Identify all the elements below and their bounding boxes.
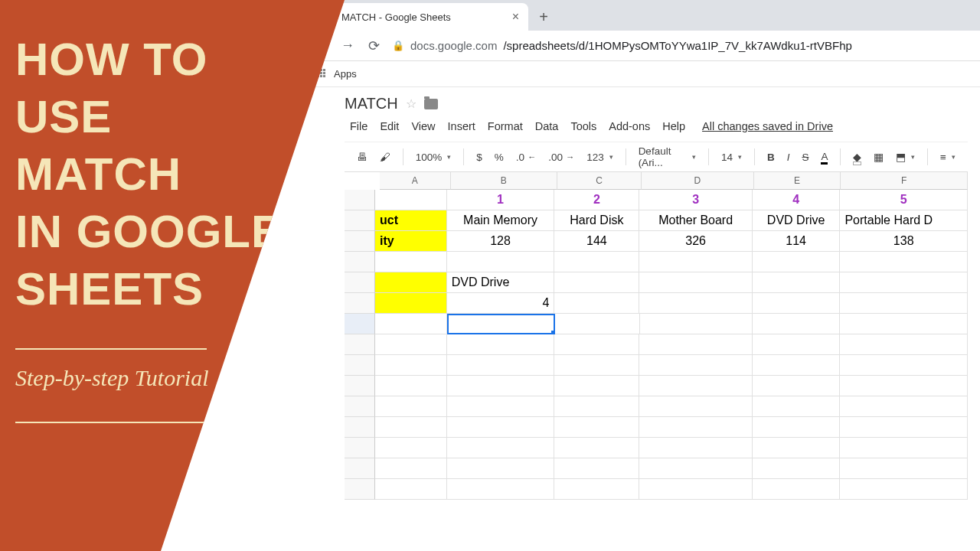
spreadsheet-grid[interactable]: A B C D E F 1 2 3 4 5 uct bbox=[345, 172, 968, 500]
table-row bbox=[345, 314, 968, 334]
divider bbox=[15, 422, 207, 423]
cell[interactable]: Hard Disk bbox=[554, 210, 639, 231]
col-header[interactable]: C bbox=[557, 172, 642, 190]
menu-format[interactable]: Format bbox=[482, 117, 528, 135]
cell[interactable]: 5 bbox=[840, 190, 968, 210]
close-tab-icon[interactable]: × bbox=[512, 10, 519, 24]
cell[interactable]: 128 bbox=[447, 231, 555, 252]
cell[interactable]: DVD Drive bbox=[447, 272, 555, 293]
menu-data[interactable]: Data bbox=[530, 117, 564, 135]
menu-bar: File Edit View Insert Format Data Tools … bbox=[345, 117, 968, 135]
print-icon[interactable]: 🖶 bbox=[352, 148, 372, 166]
apps-label[interactable]: Apps bbox=[334, 68, 357, 80]
cell[interactable]: 4 bbox=[447, 293, 555, 314]
col-header[interactable]: E bbox=[754, 172, 841, 190]
col-header[interactable]: A bbox=[380, 172, 451, 190]
menu-file[interactable]: File bbox=[345, 117, 373, 135]
url-path: /spreadsheets/d/1HOMPysOMToYYwa1IP_7V_kk… bbox=[503, 39, 851, 52]
font-size-select[interactable]: 14 bbox=[717, 148, 746, 166]
cell[interactable]: 3 bbox=[639, 190, 753, 210]
cell[interactable]: 2 bbox=[554, 190, 639, 210]
lock-icon: 🔒 bbox=[392, 40, 404, 51]
table-row: DVD Drive bbox=[345, 272, 968, 293]
zoom-select[interactable]: 100% bbox=[411, 148, 456, 166]
cell[interactable]: ity bbox=[375, 231, 447, 252]
doc-title[interactable]: MATCH bbox=[345, 95, 398, 112]
url-host: docs.google.com bbox=[410, 39, 497, 52]
cell[interactable]: DVD Drive bbox=[753, 210, 841, 231]
cell[interactable]: 144 bbox=[554, 231, 639, 252]
strikethrough-button[interactable]: S bbox=[797, 148, 813, 166]
menu-insert[interactable]: Insert bbox=[443, 117, 481, 135]
tab-title: MATCH - Google Sheets bbox=[341, 11, 451, 23]
currency-button[interactable]: $ bbox=[472, 148, 487, 166]
bookmarks-bar: Apps bbox=[306, 61, 980, 87]
paint-format-icon[interactable]: 🖌 bbox=[375, 148, 395, 166]
star-icon[interactable]: ☆ bbox=[406, 96, 416, 111]
url-field[interactable]: 🔒 docs.google.com/spreadsheets/d/1HOMPys… bbox=[392, 39, 972, 52]
table-row: uct Main Memory Hard Disk Mother Board D… bbox=[345, 210, 968, 231]
cell[interactable]: 1 bbox=[447, 190, 555, 210]
cell[interactable]: 114 bbox=[753, 231, 841, 252]
cell[interactable]: 138 bbox=[840, 231, 968, 252]
forward-icon[interactable]: → bbox=[340, 37, 355, 54]
align-button[interactable]: ≡ bbox=[936, 148, 960, 166]
cell[interactable]: Main Memory bbox=[447, 210, 555, 231]
fill-color-button[interactable]: ◆ bbox=[848, 148, 866, 166]
menu-addons[interactable]: Add-ons bbox=[603, 117, 655, 135]
browser-window: MATCH - Google Sheets × + ← → ⟳ 🔒 docs.g… bbox=[306, 0, 980, 551]
table-row: 4 bbox=[345, 293, 968, 314]
menu-tools[interactable]: Tools bbox=[565, 117, 602, 135]
address-bar: ← → ⟳ 🔒 docs.google.com/spreadsheets/d/1… bbox=[306, 31, 980, 61]
percent-button[interactable]: % bbox=[490, 148, 508, 166]
bold-button[interactable]: B bbox=[763, 148, 779, 166]
browser-tab[interactable]: MATCH - Google Sheets × bbox=[314, 3, 528, 31]
cell[interactable]: 4 bbox=[753, 190, 841, 210]
divider bbox=[15, 348, 207, 350]
decrease-decimal-button[interactable]: .0← bbox=[511, 148, 541, 166]
title-overlay: HOW TO USE MATCH IN GOOGLE SHEETS Step-b… bbox=[0, 0, 345, 551]
toolbar: 🖶 🖌 100% $ % .0← .00→ 123 Default (Ari..… bbox=[345, 142, 968, 172]
table-row: 1 2 3 4 5 bbox=[345, 190, 968, 210]
menu-edit[interactable]: Edit bbox=[374, 117, 404, 135]
cell[interactable] bbox=[375, 293, 447, 314]
active-cell[interactable] bbox=[447, 314, 555, 334]
reload-icon[interactable]: ⟳ bbox=[366, 37, 381, 54]
overlay-title: HOW TO USE MATCH IN GOOGLE SHEETS bbox=[15, 31, 329, 318]
increase-decimal-button[interactable]: .00→ bbox=[544, 148, 579, 166]
menu-help[interactable]: Help bbox=[657, 117, 691, 135]
col-header[interactable]: B bbox=[451, 172, 558, 190]
cell[interactable]: Portable Hard D bbox=[840, 210, 968, 231]
cell[interactable]: 326 bbox=[639, 231, 753, 252]
col-header[interactable]: F bbox=[841, 172, 968, 190]
overlay-subtitle: Step-by-step Tutorial bbox=[15, 365, 329, 391]
borders-button[interactable]: ▦ bbox=[869, 148, 888, 166]
italic-button[interactable]: I bbox=[782, 148, 795, 166]
cell[interactable]: Mother Board bbox=[639, 210, 753, 231]
tab-bar: MATCH - Google Sheets × + bbox=[306, 0, 980, 31]
save-status: All changes saved in Drive bbox=[697, 117, 838, 135]
table-row bbox=[345, 252, 968, 272]
merge-button[interactable]: ⬒ bbox=[891, 148, 920, 166]
menu-view[interactable]: View bbox=[406, 117, 440, 135]
folder-icon[interactable] bbox=[424, 99, 438, 109]
col-header[interactable]: D bbox=[642, 172, 754, 190]
number-format-button[interactable]: 123 bbox=[582, 148, 618, 166]
cell[interactable] bbox=[375, 272, 447, 293]
font-select[interactable]: Default (Ari... bbox=[634, 142, 701, 171]
text-color-button[interactable]: A bbox=[816, 148, 832, 167]
doc-header: MATCH ☆ File Edit View Insert Format Dat… bbox=[306, 87, 980, 500]
cell[interactable]: uct bbox=[375, 210, 447, 231]
new-tab-button[interactable]: + bbox=[533, 6, 554, 28]
table-row: ity 128 144 326 114 138 bbox=[345, 231, 968, 252]
